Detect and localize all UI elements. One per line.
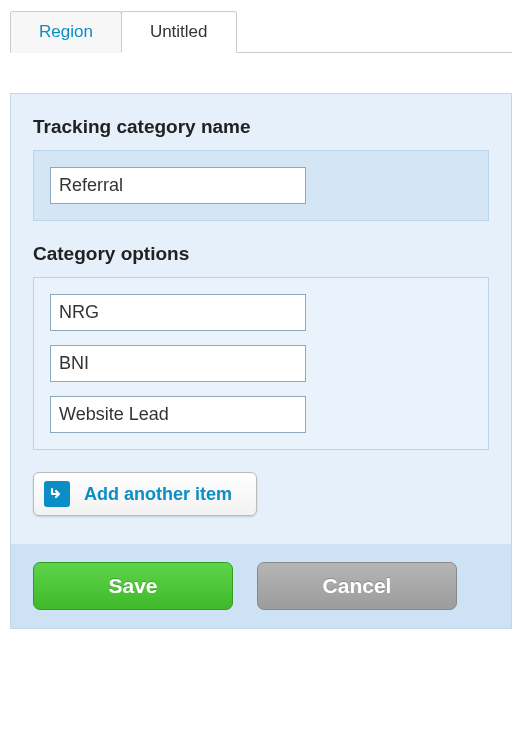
tab-untitled[interactable]: Untitled xyxy=(121,11,237,53)
cancel-button[interactable]: Cancel xyxy=(257,562,457,610)
add-item-button[interactable]: Add another item xyxy=(33,472,257,516)
category-options-label: Category options xyxy=(33,243,489,265)
tab-region[interactable]: Region xyxy=(10,11,122,53)
category-options-group xyxy=(33,277,489,450)
option-input[interactable] xyxy=(50,345,306,382)
option-input[interactable] xyxy=(50,396,306,433)
category-name-label: Tracking category name xyxy=(33,116,489,138)
tracking-category-form: Tracking category name Category options … xyxy=(10,93,512,629)
add-item-label: Add another item xyxy=(84,484,232,505)
category-name-group xyxy=(33,150,489,221)
action-bar: Save Cancel xyxy=(11,544,511,628)
add-return-icon xyxy=(44,481,70,507)
save-button[interactable]: Save xyxy=(33,562,233,610)
tabs-bar: Region Untitled xyxy=(10,10,512,53)
option-input[interactable] xyxy=(50,294,306,331)
category-name-input[interactable] xyxy=(50,167,306,204)
